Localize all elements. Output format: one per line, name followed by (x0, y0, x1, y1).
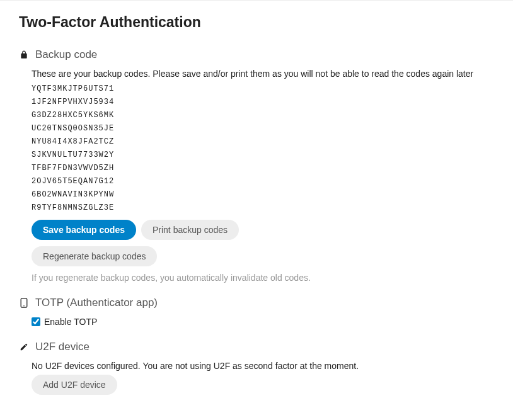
save-backup-codes-button[interactable]: Save backup codes (32, 220, 136, 240)
print-backup-codes-button[interactable]: Print backup codes (141, 220, 239, 240)
page-title: Two-Factor Authentication (19, 14, 494, 31)
backup-code-item: R9TYF8NMNSZGLZ3E (32, 201, 494, 215)
backup-code-hint: If you regenerate backup codes, you auto… (32, 273, 494, 283)
enable-totp-checkbox[interactable] (32, 317, 40, 326)
totp-section: TOTP (Authenticator app) Enable TOTP (19, 297, 494, 327)
add-u2f-device-button[interactable]: Add U2F device (32, 375, 117, 395)
u2f-description: No U2F devices configured. You are not u… (32, 361, 494, 371)
totp-title: TOTP (Authenticator app) (35, 297, 158, 309)
backup-code-section: Backup code These are your backup codes.… (19, 48, 494, 283)
backup-code-item: YQTF3MKJTP6UTS71 (32, 82, 494, 96)
backup-codes-list: YQTF3MKJTP6UTS711JF2NFPVHXVJ5934G3DZ28HX… (32, 82, 494, 215)
backup-code-item: TFBF7FDN3VWVD5ZH (32, 162, 494, 175)
svg-point-1 (23, 305, 25, 307)
backup-code-item: UC20TNSQ0OSN35JE (32, 122, 494, 135)
backup-code-item: NYU84I4X8JFA2TCZ (32, 135, 494, 149)
lock-icon (19, 50, 29, 60)
backup-code-item: 1JF2NFPVHXVJ5934 (32, 96, 494, 109)
pencil-icon (19, 342, 29, 352)
backup-code-item: G3DZ28HXC5YKS6MK (32, 109, 494, 122)
u2f-title: U2F device (35, 341, 89, 353)
backup-code-item: 2OJV65T5EQAN7G12 (32, 175, 494, 188)
backup-code-description: These are your backup codes. Please save… (32, 69, 494, 79)
phone-icon (19, 298, 29, 308)
backup-code-item: SJKVNULTU7733W2Y (32, 149, 494, 162)
u2f-section: U2F device No U2F devices configured. Yo… (19, 341, 494, 395)
enable-totp-label: Enable TOTP (44, 317, 97, 327)
backup-code-title: Backup code (35, 48, 97, 61)
enable-totp-row[interactable]: Enable TOTP (32, 317, 494, 327)
backup-code-item: 6BO2WNAVIN3KPYNW (32, 188, 494, 201)
regenerate-backup-codes-button[interactable]: Regenerate backup codes (32, 246, 157, 266)
